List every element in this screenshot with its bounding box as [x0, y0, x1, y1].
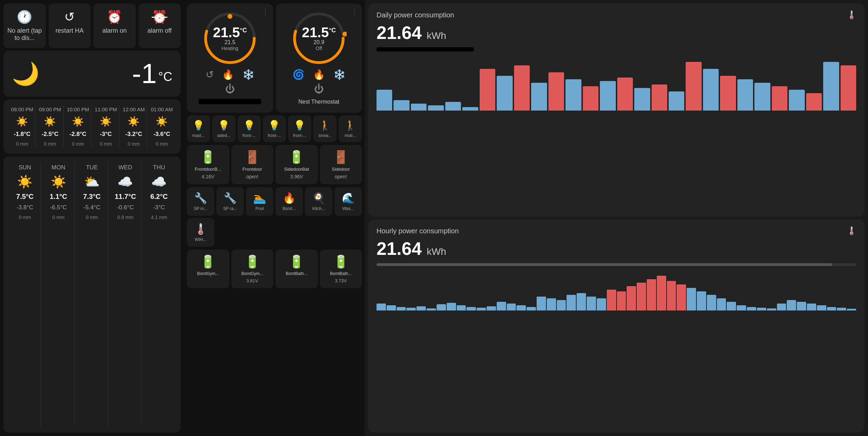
thermostat-1-heat[interactable]: 🔥 [222, 69, 234, 80]
daily-power-card: Daily power consumption 🌡️ 21.64 kWh [368, 3, 865, 217]
light-front3[interactable]: 💡 front-... [288, 115, 311, 142]
sidedoor-sensor[interactable]: 🚪 Sidedoor open! [320, 145, 362, 184]
bsmt-bath-battery-2[interactable]: 🔋 BsmtBath... 3.73V [320, 250, 362, 288]
daily-bar [754, 83, 770, 111]
hourly-bar [477, 308, 486, 310]
hour-precip-3: 0 mm [100, 141, 112, 147]
no-alert-button[interactable]: 🕐 No alert (tap to dis... [3, 3, 46, 48]
light-front2[interactable]: 💡 front-... [263, 115, 286, 142]
thermostat-2-controls: 🌀 🔥 ❄️ [292, 69, 346, 80]
light-front1-icon: 💡 [243, 120, 255, 131]
light-master[interactable]: 💡 mast... [187, 115, 210, 142]
frontdoor-battery-value: 4.16V [201, 174, 214, 179]
day-col-tue: TUE ⛅ 7.3°C -5.4°C 0 mm [76, 162, 108, 427]
util-wth-icon: 🌡️ [194, 223, 207, 235]
bsmt-bath-battery-1[interactable]: 🔋 BsmtBath... [275, 250, 318, 288]
daily-bar [703, 69, 719, 111]
sidedoor-battery[interactable]: 🔋 SidedoorBat 3.96V [275, 145, 318, 184]
hourly-power-value: 21.64 kWh [377, 238, 856, 259]
frontdoor-battery-label: FrontdoorB... [195, 167, 221, 172]
hourly-bar [397, 307, 406, 310]
thermostat-1[interactable]: ⋮ 21.5°C 21.5 Heating ↺ 🔥 ❄️ ⏻ [187, 3, 273, 113]
thermostat-2-fan[interactable]: 🌀 [292, 69, 305, 80]
util-kitch-label: Kitch... [312, 206, 325, 211]
hourly-bar [627, 286, 636, 310]
frontdoor-battery-icon: 🔋 [200, 150, 216, 164]
thermometer-icon-2: 🌡️ [847, 226, 856, 235]
hourly-bar [427, 308, 436, 310]
daily-bar [789, 90, 804, 111]
alarm-on-button[interactable]: ⏰ alarm on [93, 3, 136, 48]
light-sided[interactable]: 💡 sided... [212, 115, 235, 142]
hourly-bar [727, 302, 736, 310]
frontdoor-sensor[interactable]: 🚪 Frontdoor open! [231, 145, 274, 184]
daily-bar [428, 105, 444, 111]
bsmt-gym-battery-1-icon: 🔋 [200, 255, 216, 269]
util-bsmt-icon: 🔥 [283, 192, 296, 204]
util-sp-rain[interactable]: 🔧 SP ra... [216, 187, 244, 216]
thermostat-2-menu[interactable]: ⋮ [351, 8, 358, 16]
hourly-progress-bar [377, 263, 856, 266]
motion-icon: 🚶 [344, 120, 356, 131]
hourly-bar [747, 307, 756, 310]
hourly-weather: 08:00 PM ☀️ -1.8°C 0 mm 09:00 PM ☀️ -2.5… [3, 99, 181, 154]
thermostat-1-cool[interactable]: ❄️ [242, 69, 255, 80]
light-motion[interactable]: 🚶 moti... [339, 115, 362, 142]
daily-bar [600, 81, 615, 111]
hourly-bar [577, 293, 586, 310]
thermostat-2-power-row: ⏻ [314, 83, 324, 95]
thermostat-1-redacted [199, 99, 261, 104]
util-pool[interactable]: 🏊 Pool [246, 187, 273, 216]
light-front1[interactable]: 💡 front-... [238, 115, 261, 142]
util-wash-label: Was... [342, 206, 354, 211]
daily-bar [686, 62, 701, 111]
light-snow[interactable]: 🚶 snow... [313, 115, 337, 142]
current-weather: 🌙 -1 °C [3, 51, 181, 97]
hourly-power-unit: kWh [427, 246, 446, 257]
bsmt-gym-battery-1[interactable]: 🔋 BsmtGym... [187, 250, 229, 288]
sidedoor-sensor-label: Sidedoor [332, 167, 350, 172]
hour-time-2: 10:00 PM [67, 106, 89, 112]
hourly-bar [837, 308, 846, 310]
thermostat-1-controls: ↺ 🔥 ❄️ [206, 69, 255, 80]
daily-bar [841, 65, 856, 111]
thermostat-1-power[interactable]: ⏻ [225, 83, 235, 95]
hour-col-5: 01:00 AM ☀️ -3.6°C 0 mm [149, 105, 175, 148]
sensors-grid: 🔋 FrontdoorB... 4.16V 🚪 Frontdoor open! … [187, 145, 362, 184]
thermostat-2-cool[interactable]: ❄️ [333, 69, 346, 80]
thermostat-1-refresh[interactable]: ↺ [206, 69, 214, 80]
util-bsmt[interactable]: 🔥 Bsmt... [275, 187, 303, 216]
daily-bar [411, 104, 427, 111]
daily-power-unit: kWh [427, 30, 446, 41]
hour-col-4: 12:00 AM ☀️ -3.2°C 0 mm [121, 105, 147, 148]
daily-bar [652, 84, 667, 111]
alarm-off-button[interactable]: ⏰ alarm off [139, 3, 181, 48]
hour-precip-2: 0 mm [72, 141, 84, 147]
frontdoor-battery[interactable]: 🔋 FrontdoorB... 4.16V [187, 145, 229, 184]
util-sp-main[interactable]: 🔧 SP m... [187, 187, 214, 216]
hour-temp-5: -3.6°C [154, 131, 170, 138]
hourly-bar [537, 297, 546, 310]
thermostat-1-set: 21.5 [213, 39, 247, 46]
daily-power-value: 21.64 kWh [377, 22, 856, 43]
thermostat-1-temp: 21.5°C [213, 25, 247, 39]
thermostat-2[interactable]: ⋮ 21.5°C 20.9 Off 🌀 🔥 ❄️ ⏻ [276, 3, 362, 113]
util-kitch[interactable]: 🍳 Kitch... [305, 187, 332, 216]
thermostat-2-heat[interactable]: 🔥 [313, 69, 325, 80]
hourly-bar [437, 304, 446, 310]
thermostat-2-power[interactable]: ⏻ [314, 83, 324, 95]
bsmt-gym-battery-2[interactable]: 🔋 BsmtGym... 3.81V [231, 250, 274, 288]
utilities-grid: 🔧 SP m... 🔧 SP ra... 🏊 Pool 🔥 Bsmt... 🍳 … [187, 187, 362, 247]
thermostat-2-set: 20.9 [302, 39, 336, 46]
hour-icon-5: ☀️ [156, 116, 168, 127]
hour-temp-1: -2.5°C [42, 131, 58, 138]
bsmt-bath-battery-2-label: BsmtBath... [330, 271, 352, 276]
light-front1-label: front-... [242, 133, 256, 138]
util-wth[interactable]: 🌡️ WtH... [187, 218, 214, 247]
hour-temp-2: -2.8°C [69, 131, 86, 138]
util-wash[interactable]: 🌊 Was... [334, 187, 362, 216]
thermostat-2-temp: 21.5°C [302, 25, 336, 39]
restart-ha-button[interactable]: ↺ restart HA [49, 3, 91, 48]
hour-time-5: 01:00 AM [151, 106, 173, 112]
thermostat-1-menu[interactable]: ⋮ [262, 8, 269, 16]
